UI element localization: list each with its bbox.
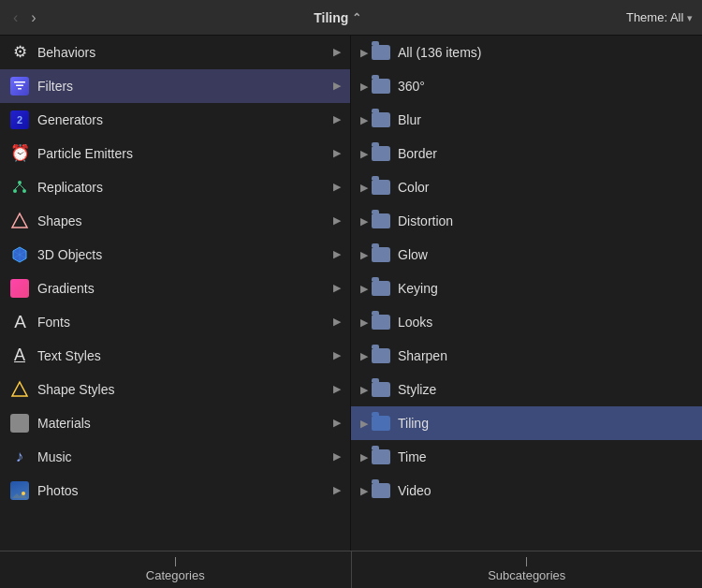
title-dropdown[interactable]: Tiling ⌃	[314, 10, 361, 25]
music-arrow: ▶	[333, 450, 341, 463]
svg-point-3	[18, 181, 22, 184]
category-text-styles[interactable]: A Text Styles ▶	[0, 339, 350, 373]
category-behaviors-label: Behaviors	[37, 45, 329, 60]
categories-panel: ⚙ Behaviors ▶ Filters ▶ 2 Generat	[0, 36, 351, 551]
forward-button[interactable]: ›	[27, 8, 39, 27]
gradients-arrow: ▶	[333, 282, 341, 294]
all-folder-icon	[372, 45, 390, 60]
category-particle-emitters-label: Particle Emitters	[37, 146, 329, 161]
sharpen-folder-icon	[372, 348, 390, 363]
subcategory-360-label: 360°	[398, 79, 693, 94]
subcategory-video[interactable]: ▶ Video	[351, 474, 702, 507]
time-expand-arrow: ▶	[360, 451, 368, 463]
materials-arrow: ▶	[333, 417, 341, 429]
subcategory-all[interactable]: ▶ All (136 items)	[351, 36, 702, 69]
subcategory-glow[interactable]: ▶ Glow	[351, 238, 702, 272]
gradients-icon-box	[10, 279, 29, 298]
color-folder-icon	[372, 180, 390, 195]
all-expand-arrow: ▶	[360, 47, 368, 59]
category-photos[interactable]: Photos ▶	[0, 474, 350, 507]
category-replicators[interactable]: Replicators ▶	[0, 170, 350, 204]
categories-vertical-line	[175, 557, 176, 566]
bottom-bar: Categories Subcategories	[0, 551, 702, 588]
subcategory-keying[interactable]: ▶ Keying	[351, 272, 702, 305]
glow-expand-arrow: ▶	[360, 249, 368, 261]
categories-bottom-label: Categories	[0, 551, 352, 588]
sharpen-expand-arrow: ▶	[360, 350, 368, 362]
category-gradients[interactable]: Gradients ▶	[0, 272, 350, 305]
subcategory-time-label: Time	[398, 449, 693, 464]
theme-selector[interactable]: Theme: All ▾	[626, 10, 693, 24]
color-expand-arrow: ▶	[360, 182, 368, 194]
looks-folder-icon	[372, 315, 390, 330]
subcategory-distortion[interactable]: ▶ Distortion	[351, 204, 702, 238]
category-particle-emitters[interactable]: ⏰ Particle Emitters ▶	[0, 137, 350, 170]
subcategory-color-label: Color	[398, 180, 693, 195]
svg-point-5	[22, 189, 26, 193]
category-music-label: Music	[37, 449, 329, 464]
text-styles-arrow: ▶	[333, 349, 341, 361]
svg-marker-8	[12, 213, 27, 228]
filters-icon	[9, 76, 30, 96]
glow-folder-icon	[372, 247, 390, 262]
svg-rect-1	[16, 84, 23, 86]
shape-styles-arrow: ▶	[333, 383, 341, 395]
fonts-arrow: ▶	[333, 316, 341, 328]
replicators-arrow: ▶	[333, 181, 341, 193]
category-text-styles-label: Text Styles	[37, 348, 329, 363]
category-filters[interactable]: Filters ▶	[0, 69, 350, 103]
theme-dropdown-arrow: ▾	[687, 12, 693, 23]
subcategory-stylize[interactable]: ▶ Stylize	[351, 373, 702, 406]
subcategory-color[interactable]: ▶ Color	[351, 170, 702, 204]
category-generators[interactable]: 2 Generators ▶	[0, 103, 350, 137]
tiling-folder-icon	[372, 416, 390, 431]
360-folder-icon	[372, 79, 390, 94]
border-expand-arrow: ▶	[360, 148, 368, 160]
video-expand-arrow: ▶	[360, 485, 368, 497]
subcategory-time[interactable]: ▶ Time	[351, 440, 702, 474]
border-folder-icon	[372, 146, 390, 161]
category-3d-objects[interactable]: 3D Objects ▶	[0, 238, 350, 272]
360-expand-arrow: ▶	[360, 81, 368, 93]
category-behaviors[interactable]: ⚙ Behaviors ▶	[0, 36, 350, 69]
subcategory-sharpen-label: Sharpen	[398, 348, 693, 363]
subcategory-all-label: All (136 items)	[398, 45, 693, 60]
gradients-icon	[9, 278, 30, 299]
subcategory-looks-label: Looks	[398, 315, 693, 330]
title-text: Tiling	[314, 10, 348, 25]
subcategory-blur[interactable]: ▶ Blur	[351, 103, 702, 137]
subcategory-distortion-label: Distortion	[398, 213, 693, 228]
svg-line-7	[20, 184, 24, 189]
tiling-expand-arrow: ▶	[360, 418, 368, 430]
distortion-folder-icon	[372, 213, 390, 228]
category-shape-styles[interactable]: Shape Styles ▶	[0, 373, 350, 406]
blur-folder-icon	[372, 112, 390, 127]
subcategory-border[interactable]: ▶ Border	[351, 137, 702, 170]
category-replicators-label: Replicators	[37, 180, 329, 195]
subcategory-keying-label: Keying	[398, 281, 693, 296]
svg-rect-2	[18, 88, 22, 90]
svg-marker-13	[12, 382, 27, 396]
title-dropdown-arrow: ⌃	[352, 11, 361, 24]
category-materials[interactable]: Materials ▶	[0, 406, 350, 440]
back-button[interactable]: ‹	[9, 8, 22, 27]
category-music[interactable]: ♪ Music ▶	[0, 440, 350, 474]
category-shapes[interactable]: Shapes ▶	[0, 204, 350, 238]
subcategory-looks[interactable]: ▶ Looks	[351, 305, 702, 339]
stylize-expand-arrow: ▶	[360, 384, 368, 396]
subcategory-sharpen[interactable]: ▶ Sharpen	[351, 339, 702, 373]
subcategory-stylize-label: Stylize	[398, 382, 693, 397]
video-folder-icon	[372, 483, 390, 498]
category-fonts[interactable]: A Fonts ▶	[0, 305, 350, 339]
subcategories-vertical-line	[526, 557, 527, 566]
stylize-folder-icon	[372, 382, 390, 397]
photos-icon	[9, 480, 30, 501]
category-generators-label: Generators	[37, 112, 329, 127]
subcategory-border-label: Border	[398, 146, 693, 161]
subcategory-360[interactable]: ▶ 360°	[351, 69, 702, 103]
blur-expand-arrow: ▶	[360, 114, 368, 126]
titlebar: ‹ › Tiling ⌃ Theme: All ▾	[0, 0, 702, 36]
subcategory-tiling[interactable]: ▶ Tiling	[351, 406, 702, 440]
category-materials-label: Materials	[37, 416, 329, 431]
looks-expand-arrow: ▶	[360, 316, 368, 329]
